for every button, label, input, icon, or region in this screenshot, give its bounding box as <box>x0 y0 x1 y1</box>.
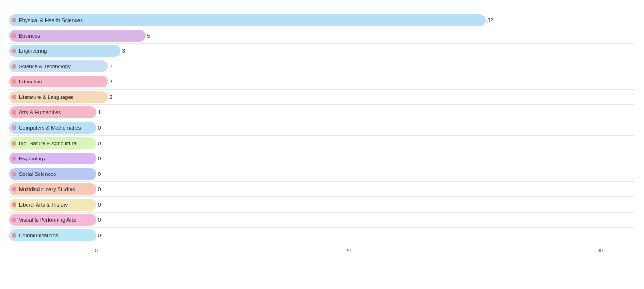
bar-value: 0 <box>98 186 101 192</box>
bar-label-wrap: Liberal Arts & History 0 <box>9 199 101 211</box>
bar-row: Arts & Humanities 1 <box>9 105 635 120</box>
bar-value: 3 <box>122 48 125 54</box>
bar-pill-2: Engineering <box>9 45 120 57</box>
bar-pill-5: Literature & Languages <box>9 91 108 103</box>
bar-row: Multidisciplinary Studies 0 <box>9 182 635 197</box>
dot-icon <box>12 79 16 84</box>
dot-icon <box>12 141 16 146</box>
bar-value: 2 <box>109 79 112 84</box>
bar-pill-3: Science & Technology <box>9 60 108 72</box>
bar-label-wrap: Communications 0 <box>9 229 101 241</box>
bar-label: Multidisciplinary Studies <box>19 186 75 192</box>
bar-value: 0 <box>98 233 101 238</box>
x-axis: 02040 <box>9 248 635 257</box>
bar-row: Education 2 <box>9 74 635 90</box>
dot-icon <box>12 110 16 115</box>
bar-pill-6: Arts & Humanities <box>9 106 96 118</box>
bar-pill-0: Physical & Health Sciences <box>9 14 486 26</box>
bar-value: 0 <box>98 141 101 146</box>
bar-row: Literature & Languages 2 <box>9 90 635 105</box>
bar-row: Communications 0 <box>9 228 635 243</box>
bar-label-wrap: Computers & Mathematics 0 <box>9 122 101 134</box>
dot-icon <box>12 125 16 130</box>
bar-label: Business <box>19 33 40 38</box>
bar-label-wrap: Literature & Languages 2 <box>9 91 112 103</box>
bar-row: Bio, Nature & Agricultural 0 <box>9 136 635 151</box>
bar-pill-11: Multidisciplinary Studies <box>9 183 96 195</box>
bar-row: Psychology 0 <box>9 151 635 167</box>
bar-label-wrap: Visual & Performing Arts 0 <box>9 214 101 226</box>
x-axis-label: 40 <box>597 248 603 253</box>
bar-pill-8: Bio, Nature & Agricultural <box>9 137 96 149</box>
bar-label-wrap: Physical & Health Sciences 32 <box>9 14 493 26</box>
bar-pill-12: Liberal Arts & History <box>9 199 96 211</box>
bar-label: Bio, Nature & Agricultural <box>19 141 77 146</box>
bar-label: Arts & Humanities <box>19 109 61 115</box>
bar-value: 0 <box>98 156 101 161</box>
bar-label: Computers & Mathematics <box>19 125 81 131</box>
bar-value: 0 <box>98 217 101 223</box>
bar-label: Liberal Arts & History <box>19 202 68 207</box>
bar-pill-4: Education <box>9 76 108 87</box>
dot-icon <box>12 156 16 161</box>
bar-value: 2 <box>109 64 112 69</box>
bar-value: 0 <box>98 125 101 131</box>
bar-label-wrap: Business 5 <box>9 30 150 42</box>
bar-row: Business 5 <box>9 28 635 44</box>
bar-label: Communications <box>19 233 58 238</box>
bar-row: Liberal Arts & History 0 <box>9 197 635 213</box>
bar-value: 2 <box>109 94 112 100</box>
bar-label-wrap: Arts & Humanities 1 <box>9 106 101 118</box>
bar-pill-13: Visual & Performing Arts <box>9 214 96 226</box>
bar-row: Social Sciences 0 <box>9 166 635 182</box>
bar-value: 5 <box>147 33 150 38</box>
bar-label: Engineering <box>19 48 47 54</box>
bar-pill-7: Computers & Mathematics <box>9 122 96 134</box>
bar-label: Visual & Performing Arts <box>19 217 76 223</box>
bar-row: Visual & Performing Arts 0 <box>9 213 635 228</box>
bar-value: 0 <box>98 171 101 177</box>
bar-pill-1: Business <box>9 30 146 42</box>
dot-icon <box>12 95 16 99</box>
bar-row: Science & Technology 2 <box>9 59 635 75</box>
dot-icon <box>12 49 16 53</box>
chart-area: Physical & Health Sciences 32 Business 5… <box>9 13 635 257</box>
bar-label: Education <box>19 79 42 84</box>
x-axis-label: 0 <box>95 248 98 253</box>
chart-container: Physical & Health Sciences 32 Business 5… <box>0 0 644 289</box>
bar-label: Psychology <box>19 156 46 161</box>
bar-value: 1 <box>98 109 101 115</box>
bar-row: Engineering 3 <box>9 44 635 59</box>
bar-pill-9: Psychology <box>9 153 96 164</box>
bar-label: Literature & Languages <box>19 94 74 100</box>
bar-label-wrap: Psychology 0 <box>9 153 101 164</box>
bar-label: Social Sciences <box>19 171 56 177</box>
dot-icon <box>12 64 16 69</box>
dot-icon <box>12 18 16 22</box>
bar-pill-14: Communications <box>9 229 96 241</box>
dot-icon <box>12 218 16 222</box>
bar-label-wrap: Engineering 3 <box>9 45 125 57</box>
dot-icon <box>12 187 16 191</box>
bar-label: Science & Technology <box>19 64 71 69</box>
bar-label-wrap: Science & Technology 2 <box>9 60 112 72</box>
bar-label-wrap: Bio, Nature & Agricultural 0 <box>9 137 101 149</box>
bar-pill-10: Social Sciences <box>9 168 96 180</box>
bar-label-wrap: Multidisciplinary Studies 0 <box>9 183 101 195</box>
bars-wrapper: Physical & Health Sciences 32 Business 5… <box>9 13 635 243</box>
bar-label: Physical & Health Sciences <box>19 17 83 23</box>
bar-row: Computers & Mathematics 0 <box>9 120 635 136</box>
bar-row: Physical & Health Sciences 32 <box>9 13 635 28</box>
dot-icon <box>12 33 16 38</box>
x-axis-label: 20 <box>345 248 351 253</box>
dot-icon <box>12 172 16 176</box>
bar-label-wrap: Social Sciences 0 <box>9 168 101 180</box>
bar-value: 32 <box>487 17 493 23</box>
dot-icon <box>12 233 16 238</box>
dot-icon <box>12 202 16 207</box>
bar-label-wrap: Education 2 <box>9 76 112 87</box>
bar-value: 0 <box>98 202 101 207</box>
